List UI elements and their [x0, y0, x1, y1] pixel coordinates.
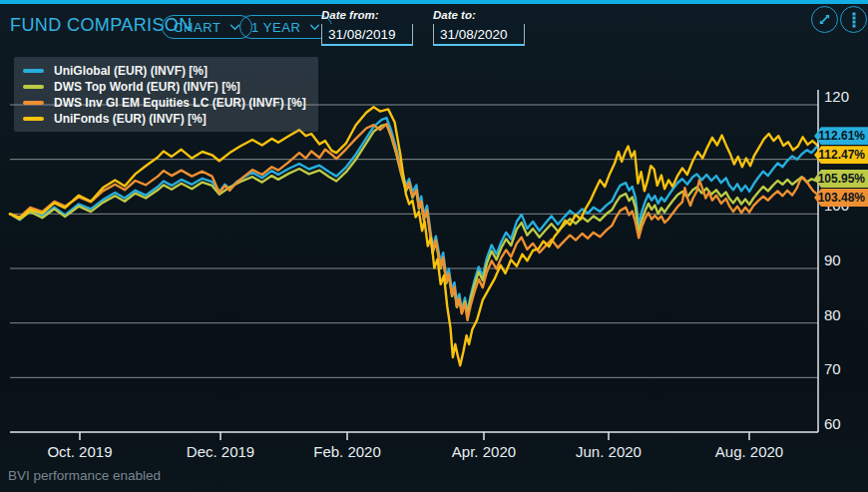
legend-color-dash	[23, 85, 44, 89]
legend-label: UniGlobal (EUR) (INVF) [%]	[54, 64, 208, 78]
legend-item[interactable]: DWS Inv Gl EM Equities LC (EUR) (INVF) […	[23, 95, 306, 111]
legend-label: DWS Top World (EUR) (INVF) [%]	[54, 80, 240, 94]
series-line-3[interactable]	[10, 107, 818, 365]
y-tick-label: 120	[824, 88, 849, 105]
chart-legend: UniGlobal (EUR) (INVF) [%]DWS Top World …	[14, 57, 318, 132]
x-tick-label: Feb. 2020	[313, 443, 381, 460]
legend-item[interactable]: DWS Top World (EUR) (INVF) [%]	[23, 79, 306, 95]
legend-color-dash	[23, 117, 44, 121]
bvi-performance-note: BVI performance enabled	[8, 468, 161, 483]
legend-color-dash	[23, 69, 44, 73]
legend-item[interactable]: UniFonds (EUR) (INVF) [%]	[23, 111, 306, 127]
legend-color-dash	[23, 101, 44, 105]
legend-label: DWS Inv Gl EM Equities LC (EUR) (INVF) […	[54, 96, 306, 110]
legend-label: UniFonds (EUR) (INVF) [%]	[54, 112, 207, 126]
last-value-flag: 103.48%	[814, 189, 868, 207]
x-tick-label: Aug. 2020	[715, 443, 783, 460]
x-tick-label: Dec. 2019	[187, 443, 254, 460]
x-tick-label: Oct. 2019	[47, 443, 112, 460]
x-tick-label: Apr. 2020	[452, 443, 516, 460]
y-tick-label: 80	[824, 306, 841, 323]
last-value-flag: 112.61%	[814, 127, 868, 145]
last-value-flag: 112.47%	[814, 146, 868, 164]
y-tick-label: 70	[824, 360, 841, 377]
last-value-flag: 105.95%	[814, 170, 868, 188]
y-tick-label: 60	[824, 415, 841, 432]
legend-item[interactable]: UniGlobal (EUR) (INVF) [%]	[23, 63, 306, 79]
y-tick-label: 90	[824, 251, 841, 268]
x-tick-label: Jun. 2020	[576, 443, 642, 460]
